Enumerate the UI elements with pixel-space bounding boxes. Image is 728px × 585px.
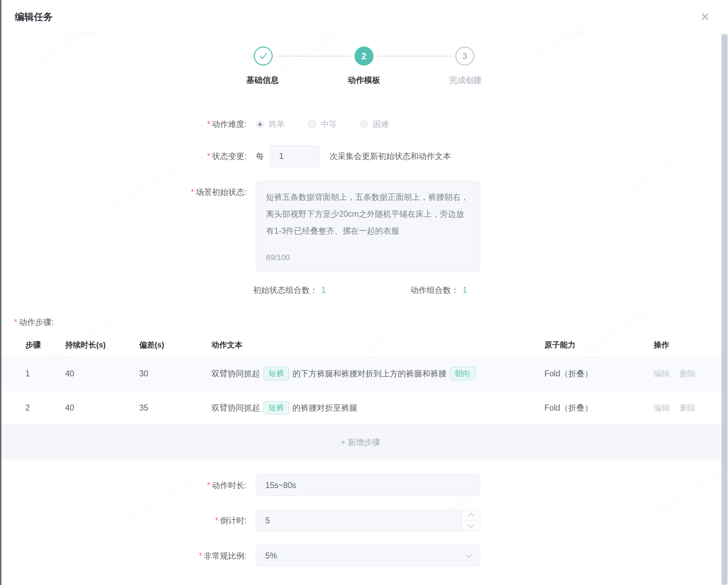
scrollbar-thumb[interactable] xyxy=(722,34,727,585)
cell-deviation: 35 xyxy=(139,403,211,413)
state-change-input[interactable]: 1 xyxy=(270,145,320,167)
decrement-button[interactable] xyxy=(462,521,480,531)
init-state-combo-count: 初始状态组合数：1 xyxy=(253,285,326,296)
difficulty-row: *动作难度: 简单 中等 困难 xyxy=(0,119,728,130)
table-row: 1 40 30 双臂协同抓起 短裤 的下方裤腿和裤腰对折到上方的裤腿和裤腰 朝向… xyxy=(0,357,721,391)
unusual-ratio-label: *非常规比例: xyxy=(0,550,247,561)
delete-link[interactable]: 删除 xyxy=(680,402,696,413)
radio-circle xyxy=(308,120,316,128)
cell-operations: 编辑 删除 xyxy=(654,402,721,413)
step-3-label: 完成创建 xyxy=(415,75,516,86)
cell-ability: Fold（折叠） xyxy=(544,368,654,379)
difficulty-label: *动作难度: xyxy=(0,119,247,130)
modal-backdrop-edge xyxy=(0,0,1,585)
step-2-label: 动作模板 xyxy=(313,75,415,86)
table-header-row: 步骤 持续时长(s) 偏差(s) 动作文本 原子能力 操作 xyxy=(0,333,721,357)
cell-action-text: 双臂协同抓起 短裤 的下方裤腿和裤腰对折到上方的裤腿和裤腰 朝向 xyxy=(211,367,544,380)
step-connector xyxy=(377,56,452,57)
scene-init-text: 短裤五条数据背面朝上，五条数据正面朝上，裤腰朝右，离头部视野下方至少20cm之外… xyxy=(266,192,469,235)
scrollbar-track[interactable] xyxy=(721,34,728,585)
radio-circle xyxy=(360,120,368,128)
scene-init-label: *场景初始状态: xyxy=(0,181,247,198)
cell-duration: 40 xyxy=(65,369,139,378)
state-change-suffix: 次采集会更新初始状态和动作文本 xyxy=(329,151,451,162)
cell-action-text: 双臂协同抓起 短裤 的裤腰对折至裤腿 xyxy=(211,401,544,414)
cell-operations: 编辑 删除 xyxy=(654,368,721,379)
radio-circle xyxy=(256,120,264,128)
combo-value: 1 xyxy=(463,285,467,295)
close-icon[interactable]: ✕ xyxy=(700,11,710,23)
header-action-text: 动作文本 xyxy=(211,340,544,350)
header-operations: 操作 xyxy=(654,340,721,350)
cell-step: 1 xyxy=(25,369,65,378)
increment-button[interactable] xyxy=(462,510,480,521)
scene-init-row: *场景初始状态: 短裤五条数据背面朝上，五条数据正面朝上，裤腰朝右，离头部视野下… xyxy=(0,181,728,272)
cell-duration: 40 xyxy=(65,403,139,413)
unusual-ratio-row: *非常规比例: 5% xyxy=(0,545,728,567)
chevron-down-icon xyxy=(465,551,471,558)
char-counter: 69/100 xyxy=(266,249,290,266)
combo-value: 1 xyxy=(321,285,326,295)
object-tag: 短裤 xyxy=(264,367,289,380)
chevron-down-icon xyxy=(468,522,474,528)
action-combo-count: 动作组合数：1 xyxy=(411,285,467,296)
unusual-ratio-select[interactable]: 5% xyxy=(256,545,480,567)
cell-ability: Fold（折叠） xyxy=(544,402,654,413)
cell-deviation: 30 xyxy=(139,369,211,378)
dialog-title: 编辑任务 xyxy=(15,11,53,23)
step-2-circle: 2 xyxy=(354,47,374,66)
add-step-button[interactable]: + 新增步骤 xyxy=(0,425,721,460)
countdown-row: *倒计时: 5 xyxy=(0,510,728,531)
object-tag: 短裤 xyxy=(264,401,289,414)
step-connector xyxy=(276,56,351,57)
delete-link[interactable]: 删除 xyxy=(680,368,696,379)
orientation-tag: 朝向 xyxy=(450,367,475,380)
radio-hard[interactable]: 困难 xyxy=(360,119,389,130)
countdown-input[interactable]: 5 xyxy=(256,510,480,531)
state-change-row: *状态变更: 每 1 次采集会更新初始状态和动作文本 xyxy=(0,145,728,167)
stepper: 2 3 基础信息 动作模板 完成创建 xyxy=(0,34,728,86)
radio-simple[interactable]: 简单 xyxy=(256,119,285,130)
check-icon xyxy=(258,51,269,61)
action-steps-label: *动作步骤: xyxy=(0,317,728,328)
difficulty-radio-group: 简单 中等 困难 xyxy=(256,119,412,130)
header-step: 步骤 xyxy=(25,340,65,350)
state-change-prefix: 每 xyxy=(256,151,264,162)
header-duration: 持续时长(s) xyxy=(65,340,139,350)
action-duration-input[interactable]: 15s~80s xyxy=(256,474,480,496)
dialog-header: 编辑任务 ✕ xyxy=(0,0,728,34)
radio-medium[interactable]: 中等 xyxy=(308,119,337,130)
state-change-label: *状态变更: xyxy=(0,151,247,162)
header-ability: 原子能力 xyxy=(544,340,654,350)
header-deviation: 偏差(s) xyxy=(139,340,211,350)
combo-counts-row: 初始状态组合数：1 动作组合数：1 xyxy=(0,285,728,296)
action-duration-row: *动作时长: 15s~80s xyxy=(0,474,728,496)
chevron-up-icon xyxy=(468,513,474,519)
edit-link[interactable]: 编辑 xyxy=(654,402,670,413)
table-row: 2 40 35 双臂协同抓起 短裤 的裤腰对折至裤腿 Fold（折叠） 编辑 删… xyxy=(0,391,721,425)
step-1-circle xyxy=(254,47,273,66)
edit-link[interactable]: 编辑 xyxy=(654,368,670,379)
number-stepper xyxy=(462,510,480,531)
step-3-circle: 3 xyxy=(455,47,474,66)
step-1-label: 基础信息 xyxy=(212,75,313,86)
cell-step: 2 xyxy=(25,403,65,413)
action-duration-label: *动作时长: xyxy=(0,480,247,491)
action-steps-table: 步骤 持续时长(s) 偏差(s) 动作文本 原子能力 操作 1 40 30 双臂… xyxy=(0,333,721,460)
scene-init-textarea[interactable]: 短裤五条数据背面朝上，五条数据正面朝上，裤腰朝右，离头部视野下方至少20cm之外… xyxy=(256,181,480,272)
countdown-label: *倒计时: xyxy=(0,515,247,526)
